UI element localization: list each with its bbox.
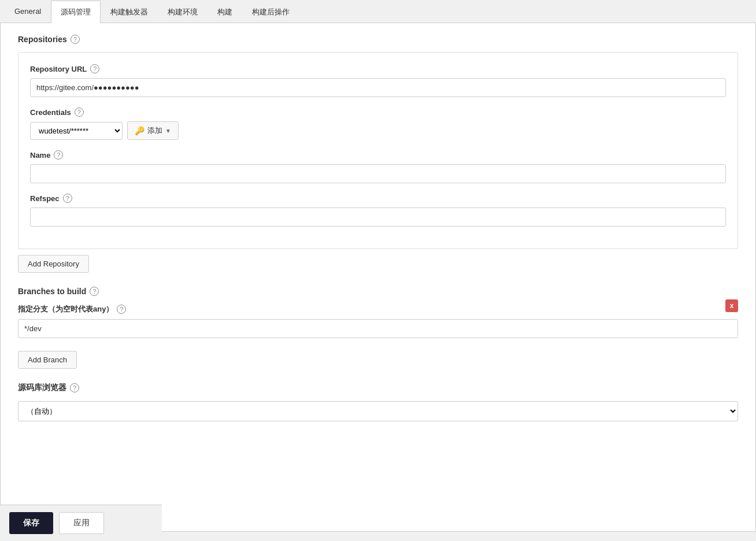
save-bar: 保存 应用 <box>0 505 162 541</box>
browser-header: 源码库浏览器 ? <box>18 383 738 393</box>
repo-box: Repository URL ? Credentials ? wudetest/… <box>18 52 738 249</box>
name-group: Name ? <box>30 150 726 183</box>
name-help-icon[interactable]: ? <box>54 150 63 160</box>
credentials-label: Credentials ? <box>30 108 726 117</box>
repositories-help-icon[interactable]: ? <box>71 35 80 44</box>
tab-build[interactable]: 构建 <box>207 1 242 23</box>
browser-select[interactable]: （自动） <box>18 401 738 421</box>
key-icon: 🔑 <box>135 126 144 135</box>
tab-build-env[interactable]: 构建环境 <box>158 1 207 23</box>
branches-header: Branches to build ? <box>18 287 738 296</box>
branches-section: Branches to build ? x 指定分支（为空时代表any） ? A… <box>18 287 738 369</box>
refspec-label: Refspec ? <box>30 194 726 203</box>
tab-source-management[interactable]: 源码管理 <box>51 1 101 23</box>
repositories-title: Repositories <box>18 35 67 44</box>
browser-section: 源码库浏览器 ? （自动） <box>18 383 738 421</box>
add-branch-button[interactable]: Add Branch <box>18 351 77 369</box>
credential-dropdown-arrow: ▼ <box>165 128 171 134</box>
repo-url-input[interactable] <box>30 78 726 97</box>
tab-build-trigger[interactable]: 构建触发器 <box>101 1 158 23</box>
branch-delete-button[interactable]: x <box>725 299 738 312</box>
tab-post-build[interactable]: 构建后操作 <box>242 1 299 23</box>
credentials-row: wudetest/****** 🔑 添加 ▼ <box>30 121 726 140</box>
credentials-select[interactable]: wudetest/****** <box>30 122 123 140</box>
tab-general[interactable]: General <box>5 1 51 23</box>
credentials-help-icon[interactable]: ? <box>75 108 84 117</box>
add-credential-button[interactable]: 🔑 添加 ▼ <box>127 121 179 140</box>
browser-title: 源码库浏览器 <box>18 383 66 393</box>
main-content: Repositories ? Repository URL ? Credenti… <box>0 23 756 532</box>
refspec-input[interactable] <box>30 207 726 227</box>
name-label: Name ? <box>30 150 726 160</box>
add-repository-button[interactable]: Add Repository <box>18 255 89 273</box>
repositories-section: Repositories ? Repository URL ? Credenti… <box>18 35 738 273</box>
save-button[interactable]: 保存 <box>9 512 53 534</box>
branch-field-label: 指定分支（为空时代表any） ? <box>18 304 738 314</box>
branches-title: Branches to build <box>18 287 86 296</box>
page-container: General 源码管理 构建触发器 构建环境 构建 构建后操作 Reposit… <box>0 0 756 541</box>
repo-url-group: Repository URL ? <box>30 64 726 97</box>
repositories-header: Repositories ? <box>18 35 738 44</box>
repo-url-help-icon[interactable]: ? <box>90 64 99 73</box>
refspec-help-icon[interactable]: ? <box>63 194 72 203</box>
branch-field-help-icon[interactable]: ? <box>117 305 126 314</box>
credentials-group: Credentials ? wudetest/****** 🔑 添加 ▼ <box>30 108 726 140</box>
repo-url-label: Repository URL ? <box>30 64 726 73</box>
refspec-group: Refspec ? <box>30 194 726 227</box>
apply-button[interactable]: 应用 <box>59 512 104 534</box>
branches-help-icon[interactable]: ? <box>90 287 99 296</box>
branch-input[interactable] <box>18 319 738 338</box>
tabs-bar: General 源码管理 构建触发器 构建环境 构建 构建后操作 <box>0 0 756 23</box>
browser-help-icon[interactable]: ? <box>70 383 79 392</box>
branch-item: x 指定分支（为空时代表any） ? <box>18 304 738 338</box>
name-input[interactable] <box>30 164 726 183</box>
